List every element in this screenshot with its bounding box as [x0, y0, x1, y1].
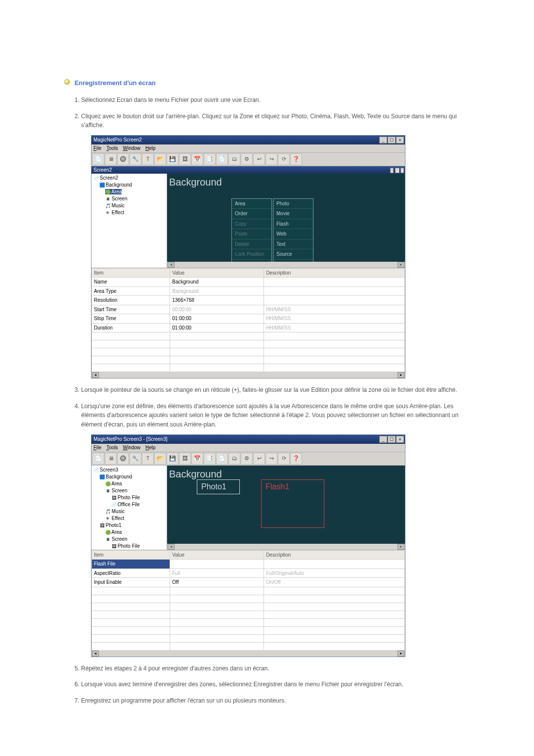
tb-icon[interactable]: 📂	[154, 153, 166, 165]
tb-icon[interactable]: ⚙	[241, 453, 253, 465]
tree-node[interactable]: ✳ Effect	[92, 515, 167, 522]
tree-node[interactable]: 📄 Screen3	[92, 467, 167, 473]
tb-icon[interactable]: 📑	[204, 153, 216, 165]
tree-node[interactable]: 🖼 Photo1	[92, 522, 167, 529]
context-menu-item[interactable]: Flash	[273, 219, 313, 230]
tree-node[interactable]: 📄 Office File	[92, 501, 167, 508]
tb-icon[interactable]: ❓	[290, 153, 302, 165]
tree-node[interactable]: 📄 Screen2	[92, 175, 167, 182]
tb-icon[interactable]: 🖥	[105, 453, 117, 465]
tree-node[interactable]: 🟢 Area	[92, 480, 167, 487]
context-menu-item[interactable]: Order	[232, 209, 271, 219]
tb-icon[interactable]: ⟳	[278, 453, 290, 465]
tb-icon[interactable]: 🔧	[130, 153, 141, 165]
property-row[interactable]: Start Time00:00:00HH/MM/SS	[92, 305, 405, 314]
minimize-button[interactable]: _	[390, 168, 393, 173]
tree-node[interactable]: 🖥 Screen	[92, 536, 167, 543]
tree-node[interactable]: 🟢 Area	[92, 189, 167, 195]
tb-icon[interactable]: 📄	[216, 153, 228, 165]
tb-icon[interactable]: ↪	[266, 453, 277, 465]
tb-icon[interactable]: 🗂	[228, 453, 240, 465]
context-menu-item[interactable]: Preview Area	[232, 260, 271, 262]
menu-window[interactable]: Window	[123, 444, 140, 452]
tb-icon[interactable]: 🖼	[179, 153, 191, 165]
tb-icon[interactable]: ↪	[266, 153, 277, 165]
tb-icon[interactable]: 💾	[167, 453, 178, 465]
property-row[interactable]: Stop Time01:00:00HH/MM/SS	[92, 314, 405, 324]
minimize-button[interactable]: _	[379, 137, 387, 143]
property-row[interactable]: Input EnableOffOn/Off	[92, 578, 405, 587]
photo-region[interactable]: Photo1	[197, 479, 240, 495]
tb-icon[interactable]: ❓	[290, 453, 302, 465]
tb-icon[interactable]: 🔘	[117, 453, 129, 465]
tb-icon[interactable]: 📄	[216, 453, 228, 465]
tree-node[interactable]: 🖼 Photo File	[92, 494, 167, 501]
tb-icon[interactable]: 📄	[92, 453, 104, 465]
canvas-area[interactable]: Background Photo1 Flash1	[167, 466, 405, 544]
tb-icon[interactable]: ↩	[253, 453, 265, 465]
context-menu-item[interactable]: Movie	[273, 209, 313, 219]
menu-file[interactable]: File	[93, 444, 101, 452]
scroll-right-icon[interactable]: ▸	[398, 372, 404, 378]
tree-node[interactable]: 🟦 Background	[92, 182, 167, 189]
tree-view[interactable]: 📄 Screen3🟦 Background🟢 Area🖥 Screen🖼 Pho…	[91, 466, 167, 550]
tree-node[interactable]: ✳ Effect	[92, 209, 167, 216]
scroll-left-icon[interactable]: ◂	[168, 544, 175, 550]
property-row[interactable]: AspectRatioFullFull/Original/Auto	[92, 568, 405, 578]
tree-node[interactable]: 🎵 Music	[92, 508, 167, 515]
menu-help[interactable]: Help	[145, 144, 156, 152]
scroll-right-icon[interactable]: ▸	[398, 651, 404, 657]
h-scrollbar[interactable]: ◂ ▸	[91, 372, 405, 378]
scroll-left-icon[interactable]: ◂	[92, 651, 99, 657]
scroll-right-icon[interactable]: ▸	[398, 262, 404, 268]
close-button[interactable]: ×	[396, 436, 404, 443]
tb-icon[interactable]: 🔧	[130, 453, 141, 465]
menu-help[interactable]: Help	[145, 444, 156, 452]
property-row[interactable]: Duration01:00:00HH/MM/SS	[92, 323, 405, 332]
tb-icon[interactable]: 💾	[167, 153, 178, 165]
scroll-right-icon[interactable]: ▸	[398, 544, 404, 550]
tb-icon[interactable]: 🖥	[105, 153, 117, 165]
menu-tools[interactable]: Tools	[106, 144, 118, 152]
tb-icon[interactable]: ⚙	[241, 153, 253, 165]
tb-icon[interactable]: 📂	[154, 453, 166, 465]
tb-icon[interactable]: 📄	[92, 153, 104, 165]
tb-icon[interactable]: 📅	[191, 153, 203, 165]
tree-node[interactable]: 🖼 Photo File	[92, 543, 167, 550]
tb-icon[interactable]: 📅	[191, 453, 203, 465]
close-button[interactable]: ×	[400, 168, 404, 173]
tree-node[interactable]: 🟢 Area	[92, 529, 167, 536]
tb-icon[interactable]: 🔘	[117, 153, 129, 165]
tb-icon[interactable]: 🗂	[228, 153, 240, 165]
tb-icon[interactable]: T	[142, 453, 154, 465]
flash-region[interactable]: Flash1	[261, 479, 324, 528]
property-row[interactable]: NameBackground	[92, 278, 405, 287]
maximize-button[interactable]: ☐	[388, 436, 396, 443]
context-menu-item[interactable]: Text	[273, 239, 313, 250]
tb-icon[interactable]: ⟳	[278, 153, 290, 165]
context-menu-item[interactable]: Area	[232, 199, 271, 209]
tree-node[interactable]: 🖥 Screen	[92, 195, 167, 202]
property-row[interactable]: Area TypeBackground	[92, 286, 405, 296]
tree-node[interactable]: 🎵 Music	[92, 202, 167, 209]
close-button[interactable]: ×	[396, 137, 404, 143]
h-scrollbar[interactable]: ◂ ▸	[167, 544, 405, 550]
tb-icon[interactable]: T	[142, 153, 154, 165]
h-scrollbar[interactable]: ◂ ▸	[91, 651, 405, 657]
menu-window[interactable]: Window	[123, 144, 140, 152]
context-menu-item[interactable]: Web	[273, 229, 313, 239]
h-scrollbar[interactable]: ◂ ▸	[167, 262, 405, 268]
maximize-button[interactable]: ☐	[388, 137, 396, 143]
tb-icon[interactable]: 📑	[204, 453, 216, 465]
tb-icon[interactable]: 🖼	[179, 453, 191, 465]
property-row[interactable]: Resolution1366×768	[92, 296, 405, 305]
tree-view[interactable]: 📄 Screen2🟦 Background🟢 Area🖥 Screen🎵 Mus…	[91, 174, 167, 268]
menu-tools[interactable]: Tools	[106, 444, 118, 452]
property-row[interactable]: ItemValueDescription	[92, 550, 405, 560]
scroll-left-icon[interactable]: ◂	[92, 372, 99, 378]
tree-node[interactable]: 🖥 Screen	[92, 487, 167, 494]
minimize-button[interactable]: _	[379, 436, 387, 443]
scroll-left-icon[interactable]: ◂	[168, 262, 175, 268]
property-row[interactable]: Flash File	[92, 560, 405, 569]
tb-icon[interactable]: ↩	[253, 153, 265, 165]
